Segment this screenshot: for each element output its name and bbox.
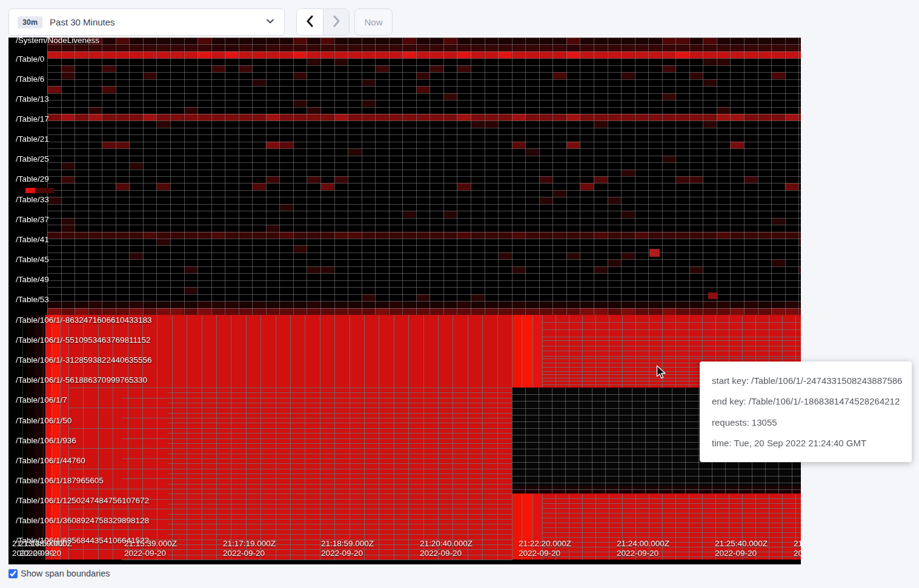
tooltip-line: requests: 13055 — [712, 417, 900, 428]
tooltip-line: start key: /Table/106/1/-247433150824388… — [712, 375, 900, 386]
now-button[interactable]: Now — [354, 8, 393, 36]
time-nav-group — [296, 8, 350, 36]
hover-tooltip: start key: /Table/106/1/-247433150824388… — [700, 362, 912, 462]
key-visualizer-heatmap: /System/NodeLiveness/Table/0/Table/6/Tab… — [8, 38, 801, 564]
time-range-badge: 30m — [18, 16, 42, 28]
tooltip-line: end key: /Table/106/1/-18683814745282642… — [712, 396, 900, 406]
time-range-select[interactable]: 30m Past 30 Minutes — [8, 8, 285, 36]
time-range-label: Past 30 Minutes — [50, 17, 265, 27]
tooltip-line: time: Tue, 20 Sep 2022 21:24:40 GMT — [712, 438, 900, 448]
show-span-boundaries-checkbox[interactable] — [8, 569, 18, 578]
chevron-left-icon — [304, 15, 316, 30]
show-span-boundaries-label: Show span boundaries — [21, 569, 110, 578]
toolbar: 30m Past 30 Minutes Now — [0, 0, 919, 38]
chevron-down-icon — [265, 16, 276, 29]
next-time-button[interactable] — [323, 9, 349, 35]
heatmap-canvas[interactable] — [8, 38, 801, 564]
show-span-boundaries-toggle[interactable]: Show span boundaries — [8, 569, 110, 578]
chevron-right-icon — [330, 15, 342, 30]
key-visualizer-page: 30m Past 30 Minutes Now /System/NodeLive… — [0, 0, 919, 588]
prev-time-button[interactable] — [297, 9, 323, 35]
